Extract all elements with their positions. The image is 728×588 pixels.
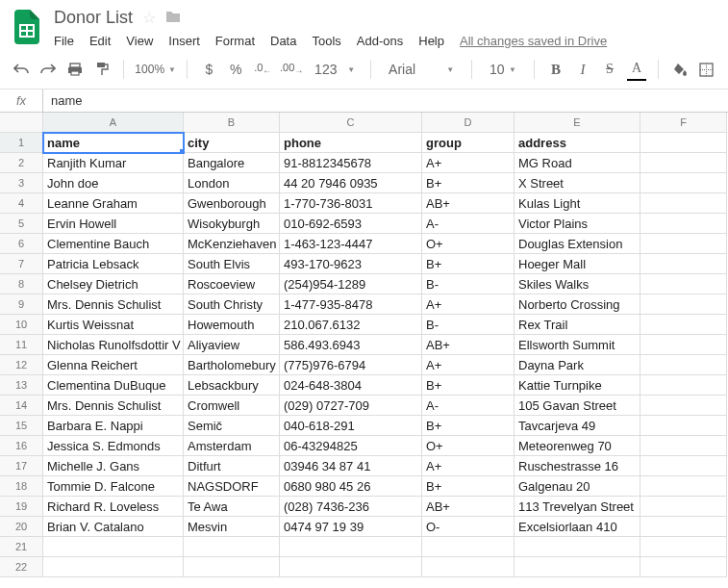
cell[interactable]: Tommie D. Falcone bbox=[43, 476, 184, 497]
cell[interactable]: Lebsackbury bbox=[184, 375, 280, 396]
cell[interactable]: NAGSDORF bbox=[184, 476, 280, 497]
row-header[interactable]: 1 bbox=[0, 133, 43, 153]
column-header[interactable]: D bbox=[422, 113, 515, 133]
paint-format-button[interactable] bbox=[92, 58, 112, 81]
cell[interactable]: Meteorenweg 70 bbox=[515, 436, 640, 456]
strikethrough-button[interactable]: S bbox=[600, 58, 619, 81]
cell[interactable]: Leanne Graham bbox=[43, 193, 184, 214]
cell[interactable] bbox=[43, 537, 184, 557]
cell[interactable]: (028) 7436-236 bbox=[280, 497, 422, 517]
row-header[interactable]: 8 bbox=[0, 274, 43, 294]
cell[interactable] bbox=[422, 537, 515, 557]
cell[interactable] bbox=[640, 497, 727, 517]
column-header[interactable]: E bbox=[515, 113, 640, 133]
menu-data[interactable]: Data bbox=[270, 34, 296, 48]
cell[interactable]: phone bbox=[280, 133, 422, 153]
cell[interactable]: Mesvin bbox=[184, 517, 280, 537]
cell[interactable]: Chelsey Dietrich bbox=[43, 274, 184, 294]
cell[interactable]: name bbox=[43, 133, 184, 153]
menu-view[interactable]: View bbox=[126, 34, 153, 48]
cell[interactable] bbox=[640, 456, 727, 476]
cell[interactable]: Clementine Bauch bbox=[43, 234, 184, 254]
cell[interactable]: Bangalore bbox=[184, 153, 280, 173]
decrease-decimal-button[interactable]: .0← bbox=[253, 58, 272, 81]
cell[interactable] bbox=[640, 557, 727, 577]
undo-button[interactable] bbox=[12, 58, 31, 81]
font-family-select[interactable]: Arial▼ bbox=[383, 58, 460, 81]
cell[interactable]: Mrs. Dennis Schulist bbox=[43, 396, 184, 416]
cell[interactable]: Ervin Howell bbox=[43, 214, 184, 234]
cell[interactable]: 040-618-291 bbox=[280, 416, 422, 436]
cell[interactable]: London bbox=[184, 173, 280, 193]
cell[interactable]: 113 Trevelyan Street bbox=[515, 497, 640, 517]
cell[interactable]: Kulas Light bbox=[515, 193, 640, 214]
row-header[interactable]: 14 bbox=[0, 396, 43, 416]
redo-button[interactable] bbox=[38, 58, 58, 81]
cell[interactable] bbox=[280, 537, 422, 557]
cell[interactable]: Jessica S. Edmonds bbox=[43, 436, 184, 456]
cell[interactable]: 0680 980 45 26 bbox=[280, 476, 422, 497]
cell[interactable]: A+ bbox=[422, 294, 515, 315]
cell[interactable]: Glenna Reichert bbox=[43, 355, 184, 375]
cell[interactable]: 210.067.6132 bbox=[280, 315, 422, 335]
column-header[interactable]: B bbox=[184, 113, 280, 133]
cell[interactable] bbox=[640, 375, 727, 396]
cell[interactable]: Ditfurt bbox=[184, 456, 280, 476]
menu-tools[interactable]: Tools bbox=[312, 34, 340, 48]
bold-button[interactable]: B bbox=[546, 58, 565, 81]
cell[interactable] bbox=[640, 234, 727, 254]
cell[interactable]: Clementina DuBuque bbox=[43, 375, 184, 396]
cell[interactable]: 91-8812345678 bbox=[280, 153, 422, 173]
cell[interactable]: 1-477-935-8478 bbox=[280, 294, 422, 315]
borders-button[interactable] bbox=[697, 58, 716, 81]
cell[interactable]: city bbox=[184, 133, 280, 153]
cell[interactable]: Cromwell bbox=[184, 396, 280, 416]
cell[interactable] bbox=[640, 396, 727, 416]
cell[interactable]: Bartholomebury bbox=[184, 355, 280, 375]
italic-button[interactable]: I bbox=[573, 58, 592, 81]
row-header[interactable]: 3 bbox=[0, 173, 43, 193]
cell[interactable]: Mrs. Dennis Schulist bbox=[43, 294, 184, 315]
cell[interactable]: Howemouth bbox=[184, 315, 280, 335]
cell[interactable]: A+ bbox=[422, 456, 515, 476]
cell[interactable]: Nicholas Runolfsdottir V bbox=[43, 335, 184, 355]
cell[interactable]: MG Road bbox=[515, 153, 640, 173]
cell[interactable]: A+ bbox=[422, 355, 515, 375]
cell[interactable]: AB+ bbox=[422, 335, 515, 355]
cell[interactable]: B+ bbox=[422, 375, 515, 396]
cell[interactable]: 010-692-6593 bbox=[280, 214, 422, 234]
column-header[interactable]: C bbox=[280, 113, 422, 133]
menu-edit[interactable]: Edit bbox=[89, 34, 111, 48]
folder-icon[interactable] bbox=[165, 10, 181, 27]
row-header[interactable]: 10 bbox=[0, 315, 43, 335]
cell[interactable]: B+ bbox=[422, 173, 515, 193]
percent-button[interactable]: % bbox=[226, 58, 245, 81]
cell[interactable]: O- bbox=[422, 517, 515, 537]
cell[interactable]: South Elvis bbox=[184, 254, 280, 274]
cell[interactable] bbox=[640, 214, 727, 234]
cell[interactable] bbox=[422, 557, 515, 577]
cell[interactable] bbox=[640, 153, 727, 173]
cell[interactable]: B+ bbox=[422, 416, 515, 436]
cell[interactable]: B- bbox=[422, 274, 515, 294]
cell[interactable]: McKenziehaven bbox=[184, 234, 280, 254]
row-header[interactable]: 11 bbox=[0, 335, 43, 355]
cell[interactable] bbox=[640, 294, 727, 315]
cell[interactable] bbox=[515, 557, 640, 577]
cell[interactable]: John doe bbox=[43, 173, 184, 193]
cell[interactable]: A+ bbox=[422, 153, 515, 173]
select-all-corner[interactable] bbox=[0, 113, 43, 133]
row-header[interactable]: 20 bbox=[0, 517, 43, 537]
cell[interactable] bbox=[640, 476, 727, 497]
cell[interactable]: Barbara E. Nappi bbox=[43, 416, 184, 436]
row-header[interactable]: 21 bbox=[0, 537, 43, 557]
cell[interactable]: 493-170-9623 bbox=[280, 254, 422, 274]
cell[interactable]: Galgenau 20 bbox=[515, 476, 640, 497]
cell[interactable]: 03946 34 87 41 bbox=[280, 456, 422, 476]
menu-file[interactable]: File bbox=[54, 34, 74, 48]
cell[interactable]: Richard R. Loveless bbox=[43, 497, 184, 517]
cell[interactable] bbox=[640, 274, 727, 294]
cell[interactable]: Victor Plains bbox=[515, 214, 640, 234]
cell[interactable]: Norberto Crossing bbox=[515, 294, 640, 315]
cell[interactable]: (254)954-1289 bbox=[280, 274, 422, 294]
